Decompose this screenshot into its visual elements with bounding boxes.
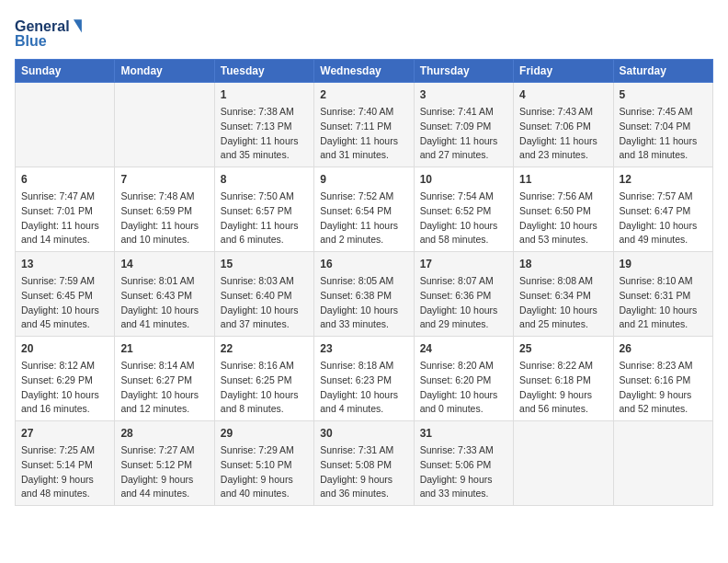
day-number: 22 xyxy=(221,340,308,357)
calendar-cell: 15Sunrise: 8:03 AMSunset: 6:40 PMDayligh… xyxy=(214,252,313,337)
cell-content: Daylight: 11 hours and 31 minutes. xyxy=(320,134,407,164)
calendar-cell: 8Sunrise: 7:50 AMSunset: 6:57 PMDaylight… xyxy=(214,167,313,252)
cell-content: Daylight: 10 hours and 12 minutes. xyxy=(120,388,208,418)
day-number: 6 xyxy=(21,171,108,188)
day-number: 5 xyxy=(620,86,707,103)
cell-content: Daylight: 10 hours and 45 minutes. xyxy=(21,304,108,333)
calendar-cell: 13Sunrise: 7:59 AMSunset: 6:45 PMDayligh… xyxy=(16,252,115,337)
weekday-header-saturday: Saturday xyxy=(613,60,712,83)
day-number: 15 xyxy=(221,256,308,272)
cell-content: Daylight: 11 hours and 27 minutes. xyxy=(420,134,507,164)
calendar-cell: 14Sunrise: 8:01 AMSunset: 6:43 PMDayligh… xyxy=(115,252,214,337)
cell-content: Sunrise: 7:43 AM xyxy=(519,105,607,120)
cell-content: Sunset: 7:13 PM xyxy=(221,120,308,134)
cell-content: Sunset: 7:11 PM xyxy=(320,120,407,134)
cell-content: Daylight: 10 hours and 29 minutes. xyxy=(420,304,507,333)
cell-content: Daylight: 10 hours and 49 minutes. xyxy=(620,219,707,248)
cell-content: Daylight: 11 hours and 10 minutes. xyxy=(120,219,208,248)
cell-content: Sunset: 6:20 PM xyxy=(420,373,507,388)
cell-content: Daylight: 10 hours and 58 minutes. xyxy=(420,219,507,248)
cell-content: Sunset: 7:09 PM xyxy=(420,120,507,134)
cell-content: Daylight: 9 hours and 33 minutes. xyxy=(420,473,507,502)
calendar-cell: 9Sunrise: 7:52 AMSunset: 6:54 PMDaylight… xyxy=(314,167,414,252)
cell-content: Sunset: 6:27 PM xyxy=(120,373,208,388)
cell-content: Sunrise: 8:20 AM xyxy=(420,359,507,373)
cell-content: Sunset: 5:08 PM xyxy=(320,458,407,473)
cell-content: Sunrise: 7:38 AM xyxy=(221,105,308,120)
svg-text:General: General xyxy=(15,18,70,34)
cell-content: Sunrise: 7:47 AM xyxy=(21,190,108,204)
cell-content: Sunrise: 8:12 AM xyxy=(21,359,108,373)
day-number: 7 xyxy=(120,171,208,188)
svg-marker-2 xyxy=(74,19,82,32)
cell-content: Sunrise: 8:23 AM xyxy=(620,359,707,373)
cell-content: Sunset: 5:10 PM xyxy=(221,458,308,473)
cell-content: Sunrise: 8:03 AM xyxy=(221,274,308,289)
day-number: 11 xyxy=(519,171,607,188)
weekday-header-sunday: Sunday xyxy=(16,60,115,83)
calendar-cell: 20Sunrise: 8:12 AMSunset: 6:29 PMDayligh… xyxy=(16,337,115,421)
day-number: 17 xyxy=(420,256,507,272)
cell-content: Sunrise: 7:40 AM xyxy=(320,105,407,120)
day-number: 10 xyxy=(420,171,507,188)
calendar-cell: 17Sunrise: 8:07 AMSunset: 6:36 PMDayligh… xyxy=(414,252,513,337)
cell-content: Sunset: 5:14 PM xyxy=(21,458,108,473)
cell-content: Sunrise: 7:56 AM xyxy=(519,190,607,204)
calendar-cell: 1Sunrise: 7:38 AMSunset: 7:13 PMDaylight… xyxy=(214,83,313,167)
cell-content: Sunrise: 7:59 AM xyxy=(21,274,108,289)
cell-content: Sunset: 6:57 PM xyxy=(221,204,308,219)
cell-content: Sunrise: 8:05 AM xyxy=(320,274,407,289)
weekday-header-tuesday: Tuesday xyxy=(214,60,313,83)
logo: General Blue xyxy=(15,15,88,52)
calendar-cell: 18Sunrise: 8:08 AMSunset: 6:34 PMDayligh… xyxy=(514,252,613,337)
cell-content: Sunrise: 7:25 AM xyxy=(21,443,108,458)
calendar-cell: 24Sunrise: 8:20 AMSunset: 6:20 PMDayligh… xyxy=(414,337,513,421)
cell-content: Daylight: 10 hours and 0 minutes. xyxy=(420,388,507,418)
cell-content: Daylight: 10 hours and 37 minutes. xyxy=(221,304,308,333)
day-number: 28 xyxy=(120,425,208,442)
calendar-cell: 25Sunrise: 8:22 AMSunset: 6:18 PMDayligh… xyxy=(514,337,613,421)
cell-content: Sunrise: 7:33 AM xyxy=(420,443,507,458)
calendar-cell: 16Sunrise: 8:05 AMSunset: 6:38 PMDayligh… xyxy=(314,252,414,337)
cell-content: Sunrise: 8:18 AM xyxy=(320,359,407,373)
calendar-cell xyxy=(514,421,613,506)
cell-content: Daylight: 11 hours and 2 minutes. xyxy=(320,219,407,248)
calendar-cell xyxy=(115,83,214,167)
cell-content: Sunrise: 7:27 AM xyxy=(120,443,208,458)
day-number: 1 xyxy=(221,86,308,103)
cell-content: Daylight: 9 hours and 36 minutes. xyxy=(320,473,407,502)
cell-content: Sunrise: 7:54 AM xyxy=(420,190,507,204)
cell-content: Daylight: 9 hours and 52 minutes. xyxy=(620,388,707,418)
cell-content: Sunset: 6:16 PM xyxy=(620,373,707,388)
day-number: 31 xyxy=(420,425,507,442)
calendar-cell: 6Sunrise: 7:47 AMSunset: 7:01 PMDaylight… xyxy=(16,167,115,252)
day-number: 20 xyxy=(21,340,108,357)
cell-content: Daylight: 10 hours and 8 minutes. xyxy=(221,388,308,418)
cell-content: Daylight: 11 hours and 6 minutes. xyxy=(221,219,308,248)
cell-content: Sunset: 7:04 PM xyxy=(620,120,707,134)
cell-content: Sunset: 5:06 PM xyxy=(420,458,507,473)
calendar-cell: 30Sunrise: 7:31 AMSunset: 5:08 PMDayligh… xyxy=(314,421,414,506)
calendar-cell: 22Sunrise: 8:16 AMSunset: 6:25 PMDayligh… xyxy=(214,337,313,421)
calendar-cell: 3Sunrise: 7:41 AMSunset: 7:09 PMDaylight… xyxy=(414,83,513,167)
cell-content: Sunrise: 7:31 AM xyxy=(320,443,407,458)
cell-content: Sunset: 6:36 PM xyxy=(420,289,507,304)
cell-content: Daylight: 11 hours and 14 minutes. xyxy=(21,219,108,248)
calendar-cell: 10Sunrise: 7:54 AMSunset: 6:52 PMDayligh… xyxy=(414,167,513,252)
calendar-cell: 31Sunrise: 7:33 AMSunset: 5:06 PMDayligh… xyxy=(414,421,513,506)
day-number: 14 xyxy=(120,256,208,272)
cell-content: Sunset: 6:45 PM xyxy=(21,289,108,304)
cell-content: Daylight: 10 hours and 21 minutes. xyxy=(620,304,707,333)
day-number: 4 xyxy=(519,86,607,103)
cell-content: Sunrise: 8:07 AM xyxy=(420,274,507,289)
cell-content: Sunrise: 7:45 AM xyxy=(620,105,707,120)
day-number: 3 xyxy=(420,86,507,103)
cell-content: Daylight: 10 hours and 33 minutes. xyxy=(320,304,407,333)
cell-content: Daylight: 10 hours and 41 minutes. xyxy=(120,304,208,333)
cell-content: Sunrise: 8:22 AM xyxy=(519,359,607,373)
cell-content: Daylight: 10 hours and 16 minutes. xyxy=(21,388,108,418)
day-number: 19 xyxy=(620,256,707,272)
calendar-cell: 12Sunrise: 7:57 AMSunset: 6:47 PMDayligh… xyxy=(613,167,712,252)
calendar-cell: 11Sunrise: 7:56 AMSunset: 6:50 PMDayligh… xyxy=(514,167,613,252)
cell-content: Sunset: 6:50 PM xyxy=(519,204,607,219)
